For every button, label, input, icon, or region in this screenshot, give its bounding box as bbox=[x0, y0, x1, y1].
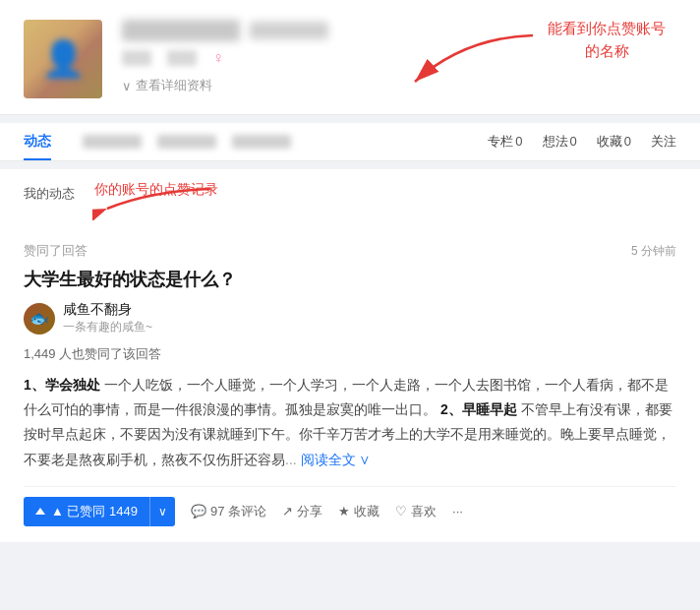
upvote-group: ▲ 已赞同 1449 ∨ bbox=[24, 497, 175, 526]
liked-label-text: 赞同了回答 bbox=[24, 242, 88, 260]
nav-column-count: 0 bbox=[515, 134, 522, 149]
liked-label: 赞同了回答 bbox=[24, 242, 88, 260]
nav-right-items: 专栏0 想法0 收藏0 关注 bbox=[488, 133, 676, 151]
nav-collection-count: 0 bbox=[624, 134, 631, 149]
time-label: 5 分钟前 bbox=[631, 243, 676, 260]
view-detail-chevron: ∨ bbox=[122, 79, 132, 93]
nav-column[interactable]: 专栏0 bbox=[488, 133, 522, 151]
liked-entry: 赞同了回答 5 分钟前 bbox=[24, 242, 676, 260]
share-btn[interactable]: ↗ 分享 bbox=[282, 503, 322, 520]
annotation-text: 能看到你点赞账号的名称 bbox=[543, 18, 671, 62]
user-avatar bbox=[24, 20, 102, 98]
content-bold-1: 学会独处 bbox=[45, 377, 100, 393]
answer-author: 咸鱼不翻身 一条有趣的咸鱼~ bbox=[24, 301, 676, 336]
author-bio: 一条有趣的咸鱼~ bbox=[63, 319, 152, 336]
author-info: 咸鱼不翻身 一条有趣的咸鱼~ bbox=[63, 301, 152, 336]
read-more-chevron: ∨ bbox=[359, 452, 371, 467]
upvote-label: ▲ 已赞同 1449 bbox=[51, 503, 138, 520]
content-ellipsis: ... bbox=[285, 452, 297, 467]
author-avatar bbox=[24, 303, 55, 335]
read-more-link[interactable]: 阅读全文 ∨ bbox=[301, 452, 372, 467]
content-bold-2: 早睡早起 bbox=[462, 401, 517, 417]
view-detail-label: 查看详细资料 bbox=[136, 77, 212, 94]
comment-label: 97 条评论 bbox=[210, 503, 266, 520]
nav-follow[interactable]: 关注 bbox=[651, 133, 676, 151]
comment-icon: 💬 bbox=[191, 504, 206, 518]
more-btn[interactable]: ··· bbox=[452, 504, 463, 518]
like-label: 喜欢 bbox=[411, 503, 437, 520]
question-title[interactable]: 大学生最好的状态是什么？ bbox=[24, 268, 676, 291]
content-bold-prefix-1: 1、 bbox=[24, 377, 45, 393]
nav-thoughts[interactable]: 想法0 bbox=[543, 133, 577, 151]
nav-tabs: 动态 专栏0 想法0 收藏0 关注 bbox=[0, 123, 700, 161]
annotation-arrow bbox=[385, 28, 543, 96]
stat-blur-1 bbox=[122, 50, 151, 66]
content-bold-prefix-2: 2、 bbox=[440, 401, 462, 417]
collect-label: 收藏 bbox=[354, 503, 379, 520]
upvote-dropdown-btn[interactable]: ∨ bbox=[149, 497, 175, 526]
comment-btn[interactable]: 💬 97 条评论 bbox=[191, 503, 266, 520]
nav-thoughts-count: 0 bbox=[570, 134, 577, 149]
share-icon: ↗ bbox=[282, 504, 293, 518]
collect-icon: ★ bbox=[338, 504, 350, 518]
author-name[interactable]: 咸鱼不翻身 bbox=[63, 301, 152, 319]
upvote-button[interactable]: ▲ 已赞同 1449 bbox=[24, 497, 149, 526]
collect-btn[interactable]: ★ 收藏 bbox=[338, 503, 379, 520]
answer-content: 1、学会独处 一个人吃饭，一个人睡觉，一个人学习，一个人走路，一个人去图书馆，一… bbox=[24, 373, 676, 472]
upvote-count: 1,449 人也赞同了该回答 bbox=[24, 345, 676, 363]
username-extra-blur bbox=[250, 22, 328, 39]
tab-blur-2 bbox=[157, 135, 216, 149]
username-blur bbox=[122, 20, 240, 41]
like-btn[interactable]: ♡ 喜欢 bbox=[395, 503, 437, 520]
share-label: 分享 bbox=[297, 503, 322, 520]
tab-blur-1 bbox=[83, 135, 142, 149]
stat-blur-2 bbox=[167, 50, 197, 66]
profile-section: ♀ ∨ 查看详细资料 能看到你点赞账号的名称 bbox=[0, 0, 700, 115]
tab-activity[interactable]: 动态 bbox=[24, 123, 67, 160]
upvote-arrow-icon bbox=[35, 508, 45, 515]
gender-icon: ♀ bbox=[212, 49, 224, 67]
more-icon: ··· bbox=[452, 504, 463, 518]
action-bar: ▲ 已赞同 1449 ∨ 💬 97 条评论 ↗ 分享 ★ 收藏 ♡ 喜欢 ··· bbox=[24, 486, 676, 526]
like-icon: ♡ bbox=[395, 504, 407, 518]
content-area: 我的动态 你的账号的点赞记录 赞同了回答 5 分钟前 大学生最好的状态是什么？ … bbox=[0, 169, 700, 542]
activity-annotation-text: 你的账号的点赞记录 bbox=[94, 181, 218, 199]
tab-blur-3 bbox=[232, 135, 291, 149]
nav-collection[interactable]: 收藏0 bbox=[597, 133, 631, 151]
